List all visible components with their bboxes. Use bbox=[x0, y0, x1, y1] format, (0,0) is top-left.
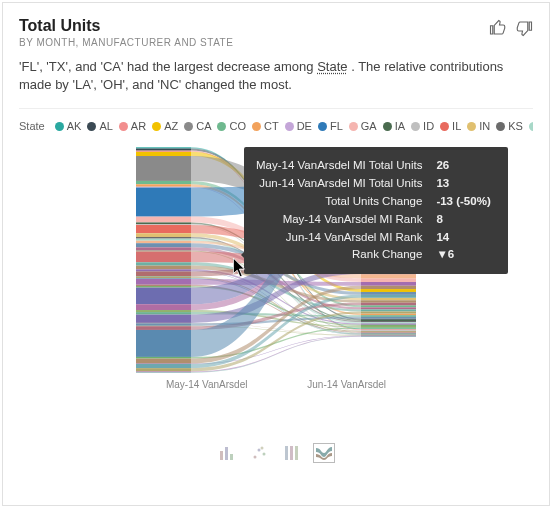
svg-rect-94 bbox=[136, 372, 191, 373]
svg-rect-35 bbox=[361, 292, 416, 295]
svg-point-101 bbox=[254, 456, 257, 459]
tooltip-key: May-14 VanArsdel MI Rank bbox=[256, 211, 422, 229]
swatch-icon bbox=[349, 122, 358, 131]
legend-item[interactable]: CT bbox=[252, 120, 279, 132]
legend-item-label: KS bbox=[508, 120, 523, 132]
svg-rect-26 bbox=[136, 234, 191, 238]
tooltip-value: 26 bbox=[436, 157, 496, 175]
swatch-icon bbox=[217, 122, 226, 131]
swatch-icon bbox=[318, 122, 327, 131]
svg-rect-10 bbox=[136, 181, 191, 184]
svg-rect-66 bbox=[136, 305, 191, 311]
legend-item[interactable]: FL bbox=[318, 120, 343, 132]
svg-rect-27 bbox=[361, 298, 416, 300]
svg-rect-31 bbox=[361, 323, 416, 324]
svg-rect-33 bbox=[361, 274, 416, 278]
svg-rect-87 bbox=[361, 286, 416, 289]
tooltip-row: May-14 VanArsdel MI Rank8 bbox=[256, 211, 496, 229]
svg-rect-18 bbox=[136, 217, 191, 223]
thumbs-up-icon[interactable] bbox=[489, 19, 507, 37]
legend: State AKALARAZCACOCTDEFLGAIAIDILINKSKYLA… bbox=[19, 119, 533, 133]
viz-scatter-icon[interactable] bbox=[249, 443, 271, 463]
svg-rect-97 bbox=[361, 337, 416, 338]
svg-rect-59 bbox=[361, 282, 416, 286]
legend-item[interactable]: AK bbox=[55, 120, 82, 132]
svg-rect-32 bbox=[136, 241, 191, 243]
svg-rect-76 bbox=[136, 324, 191, 326]
svg-rect-30 bbox=[136, 239, 191, 241]
svg-rect-34 bbox=[136, 244, 191, 248]
tooltip-row: Rank Change▼6 bbox=[256, 246, 496, 264]
svg-rect-11 bbox=[361, 306, 416, 308]
legend-item-label: CO bbox=[229, 120, 246, 132]
svg-point-102 bbox=[258, 449, 261, 452]
svg-rect-91 bbox=[361, 295, 416, 298]
swatch-icon bbox=[440, 122, 449, 131]
swatch-icon bbox=[152, 122, 161, 131]
legend-item[interactable]: AL bbox=[87, 120, 112, 132]
legend-item[interactable]: ID bbox=[411, 120, 434, 132]
legend-item-label: AZ bbox=[164, 120, 178, 132]
legend-item[interactable]: GA bbox=[349, 120, 377, 132]
legend-item[interactable]: CA bbox=[184, 120, 211, 132]
legend-item[interactable]: KS bbox=[496, 120, 523, 132]
feedback-buttons bbox=[489, 19, 533, 37]
tooltip-key: Rank Change bbox=[256, 246, 422, 264]
svg-rect-96 bbox=[136, 373, 191, 374]
svg-rect-44 bbox=[136, 266, 191, 270]
swatch-icon bbox=[87, 122, 96, 131]
thumbs-down-icon[interactable] bbox=[515, 19, 533, 37]
legend-item[interactable]: CO bbox=[217, 120, 246, 132]
legend-item-label: IL bbox=[452, 120, 461, 132]
svg-rect-5 bbox=[361, 330, 416, 331]
divider bbox=[19, 108, 533, 109]
viz-bar-icon[interactable] bbox=[217, 443, 239, 463]
svg-rect-55 bbox=[361, 331, 416, 332]
viz-switcher bbox=[19, 443, 533, 463]
svg-rect-93 bbox=[361, 312, 416, 314]
legend-item-label: GA bbox=[361, 120, 377, 132]
insight-link[interactable]: State bbox=[317, 59, 347, 74]
svg-rect-92 bbox=[136, 369, 191, 372]
swatch-icon bbox=[119, 122, 128, 131]
legend-label: State bbox=[19, 120, 45, 132]
svg-point-104 bbox=[261, 447, 264, 450]
svg-rect-82 bbox=[136, 330, 191, 357]
svg-rect-98 bbox=[220, 451, 223, 460]
legend-item[interactable]: AR bbox=[119, 120, 146, 132]
svg-rect-4 bbox=[136, 151, 191, 152]
svg-rect-85 bbox=[361, 328, 416, 329]
cursor-icon bbox=[233, 258, 247, 278]
legend-item[interactable]: KY bbox=[529, 120, 533, 132]
swatch-icon bbox=[55, 122, 64, 131]
svg-rect-28 bbox=[136, 237, 191, 239]
svg-rect-3 bbox=[361, 319, 416, 320]
swatch-icon bbox=[496, 122, 505, 131]
tooltip-key: Total Units Change bbox=[256, 193, 422, 211]
viz-column-icon[interactable] bbox=[281, 443, 303, 463]
swatch-icon bbox=[467, 122, 476, 131]
legend-item-label: AK bbox=[67, 120, 82, 132]
swatch-icon bbox=[383, 122, 392, 131]
svg-rect-19 bbox=[361, 279, 416, 283]
viz-ribbon-icon[interactable] bbox=[313, 443, 335, 463]
svg-rect-0 bbox=[136, 148, 191, 149]
svg-rect-84 bbox=[136, 357, 191, 359]
tooltip: May-14 VanArsdel MI Total Units26Jun-14 … bbox=[244, 147, 508, 274]
svg-rect-80 bbox=[136, 327, 191, 331]
legend-item[interactable]: DE bbox=[285, 120, 312, 132]
axis-right: Jun-14 VanArsdel bbox=[307, 379, 386, 390]
legend-item[interactable]: IN bbox=[467, 120, 490, 132]
legend-item[interactable]: AZ bbox=[152, 120, 178, 132]
svg-point-103 bbox=[263, 453, 266, 456]
legend-item[interactable]: IL bbox=[440, 120, 461, 132]
svg-rect-77 bbox=[361, 317, 416, 319]
svg-rect-71 bbox=[361, 316, 416, 318]
tooltip-value: 13 bbox=[436, 175, 496, 193]
svg-rect-90 bbox=[136, 364, 191, 368]
legend-item[interactable]: IA bbox=[383, 120, 405, 132]
svg-rect-81 bbox=[361, 303, 416, 305]
page-title: Total Units bbox=[19, 17, 233, 35]
swatch-icon bbox=[184, 122, 193, 131]
svg-rect-13 bbox=[361, 314, 416, 316]
